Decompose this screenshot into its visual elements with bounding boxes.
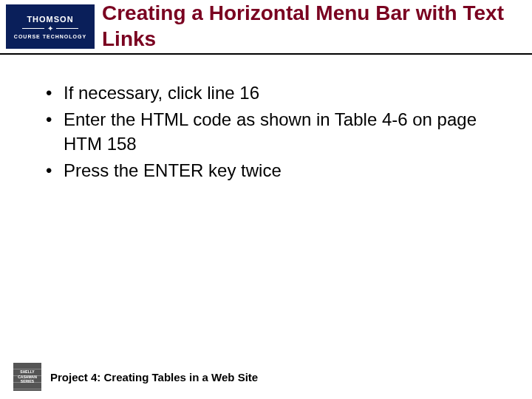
list-item: Press the ENTER key twice — [41, 159, 510, 183]
logo-line-right — [56, 28, 78, 29]
bullet-list: If necessary, click line 16 Enter the HT… — [41, 81, 510, 183]
footer-text: Project 4: Creating Tables in a Web Site — [50, 371, 258, 383]
slide-title: Creating a Horizontal Menu Bar with Text… — [102, 0, 525, 52]
logo-subbrand-text: COURSE TECHNOLOGY — [14, 34, 86, 39]
shelly-cashman-logo: SHELLY CASHMAN SERIES — [13, 363, 41, 391]
slide-footer: SHELLY CASHMAN SERIES Project 4: Creatin… — [0, 362, 532, 392]
list-item: Enter the HTML code as shown in Table 4-… — [41, 108, 510, 156]
logo-brand-text: THOMSON — [27, 15, 73, 24]
slide-header: THOMSON ✦ COURSE TECHNOLOGY Creating a H… — [0, 0, 532, 55]
star-icon: ✦ — [47, 25, 53, 33]
slide-content: If necessary, click line 16 Enter the HT… — [0, 55, 532, 183]
logo-divider: ✦ — [22, 25, 78, 33]
footer-logo-line: SERIES — [21, 379, 34, 384]
logo-line-left — [22, 28, 44, 29]
thomson-logo: THOMSON ✦ COURSE TECHNOLOGY — [6, 4, 95, 49]
list-item: If necessary, click line 16 — [41, 81, 510, 105]
